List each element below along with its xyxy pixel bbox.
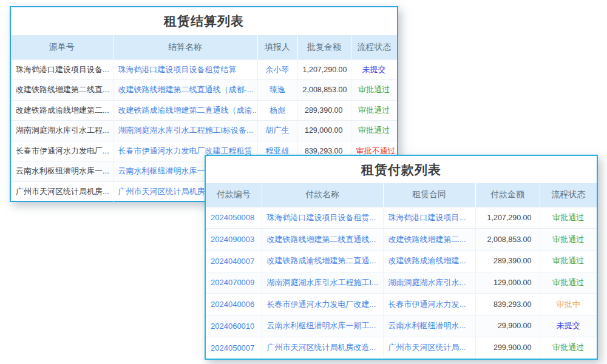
flow-status-badge: 未提交 [351,59,397,80]
payment-no-link[interactable]: 2024050008 [206,207,262,229]
settlement-list-title: 租赁结算列表 [11,7,397,35]
table-row: 2024040007改建铁路成渝线增建第二直通...改建铁路成渝线增建...28… [206,250,597,272]
payment-name-link[interactable]: 湖南洞庭湖水库引水工程施工I... [262,272,383,294]
payment-amount-cell: 839,293.00 [475,294,540,315]
flow-status-badge: 未提交 [540,315,597,337]
table-row: 2024050008珠海鹤港口建设项目设备租赁...珠海鹤港口建设项目...1,… [206,207,597,229]
lease-contract-link[interactable]: 云南水利枢纽潜明水... [383,315,475,337]
settlement-table-header: 源单号 结算名称 填报人 批复金额 流程状态 [11,35,397,59]
col-header-payment-no: 付款编号 [206,183,262,207]
reporter-link[interactable]: 杨彪 [257,100,297,121]
flow-status-badge: 审批通过 [351,100,397,121]
reporter-link[interactable]: 臻逸 [257,80,297,101]
payment-no-link[interactable]: 2024040006 [206,294,262,315]
flow-status-badge: 审批通过 [351,80,397,101]
approved-amount-cell: 129,000.00 [297,121,351,141]
approved-amount-cell: 2,008,853.00 [297,80,351,101]
table-row: 改建铁路成渝线增建第二...改建铁路成渝线增建第二直通线（成渝...杨彪289,… [11,100,397,121]
payment-list-card: 租赁付款列表 付款编号 付款名称 租赁合同 付款金额 流程状态 20240500… [205,155,598,360]
payment-no-link[interactable]: 2024040007 [206,250,262,272]
table-row: 2024070009湖南洞庭湖水库引水工程施工I...湖南洞庭湖水库引水...1… [206,272,597,294]
payment-amount-cell: 2,008,853.00 [475,229,540,251]
payment-amount-cell: 1,207,290.00 [475,207,540,229]
payment-no-link[interactable]: 2024060010 [206,315,262,337]
reporter-link[interactable]: 余小琴 [257,59,297,80]
lease-contract-link[interactable]: 珠海鹤港口建设项目... [383,207,475,229]
col-header-flow-status: 流程状态 [351,35,397,59]
payment-name-link[interactable]: 珠海鹤港口建设项目设备租赁... [262,207,383,229]
col-header-flow-status: 流程状态 [540,183,597,207]
source-no-cell: 广州市天河区统计局机房... [11,181,113,202]
payment-no-link[interactable]: 2024070009 [206,272,262,294]
flow-status-badge: 审批通过 [540,337,597,359]
payment-name-link[interactable]: 广州市天河区统计局机房改造... [262,337,383,359]
payment-amount-cell: 289,390.00 [475,250,540,272]
table-row: 2024090003改建铁路线增建第二线直通线...改建铁路线增建第二...2,… [206,229,597,251]
payment-name-link[interactable]: 改建铁路成渝线增建第二直通... [262,250,383,272]
table-row: 改建铁路线增建第二线直...改建铁路线增建第二线直通线（成都-...臻逸2,00… [11,80,397,101]
lease-contract-link[interactable]: 广州市天河区统计局... [383,337,475,359]
lease-contract-link[interactable]: 长春市伊通河水力发... [383,294,475,315]
reporter-link[interactable]: 胡广生 [257,121,297,141]
table-row: 湖南洞庭湖水库引水工程...湖南洞庭湖水库引水工程施工I标设备...胡广生129… [11,121,397,141]
settlement-name-link[interactable]: 改建铁路线增建第二线直通线（成都-... [113,80,257,101]
col-header-lease-contract: 租赁合同 [383,183,475,207]
settlement-name-link[interactable]: 湖南洞庭湖水库引水工程施工I标设备... [113,121,257,141]
col-header-reporter: 填报人 [257,35,297,59]
lease-contract-link[interactable]: 湖南洞庭湖水库引水... [383,272,475,294]
source-no-cell: 珠海鹤港口建设项目设备... [11,59,113,80]
settlement-name-link[interactable]: 改建铁路成渝线增建第二直通线（成渝... [113,100,257,121]
payment-no-link[interactable]: 2024090003 [206,229,262,251]
lease-contract-link[interactable]: 改建铁路线增建第二... [383,229,475,251]
payment-amount-cell: 129,000.00 [475,272,540,294]
payment-name-link[interactable]: 云南水利枢纽潜明水库一期工... [262,315,383,337]
payment-amount-cell: 299,900.00 [475,337,540,359]
payment-name-link[interactable]: 改建铁路线增建第二线直通线... [262,229,383,251]
source-no-cell: 改建铁路成渝线增建第二... [11,100,113,121]
table-row: 2024040006长春市伊通河水力发电厂改建...长春市伊通河水力发...83… [206,294,597,315]
col-header-source-no: 源单号 [11,35,113,59]
flow-status-badge: 审批通过 [540,250,597,272]
flow-status-badge: 审批通过 [540,229,597,251]
source-no-cell: 改建铁路线增建第二线直... [11,80,113,101]
table-row: 珠海鹤港口建设项目设备...珠海鹤港口建设项目设备租赁结算余小琴1,207,29… [11,59,397,80]
settlement-name-link[interactable]: 珠海鹤港口建设项目设备租赁结算 [113,59,257,80]
payment-amount-cell: 29,900.00 [475,315,540,337]
flow-status-badge: 审批通过 [540,272,597,294]
table-row: 2024060010云南水利枢纽潜明水库一期工...云南水利枢纽潜明水...29… [206,315,597,337]
payment-no-link[interactable]: 2024050007 [206,337,262,359]
col-header-settlement-name: 结算名称 [113,35,257,59]
flow-status-badge: 审批通过 [351,121,397,141]
col-header-payment-amount: 付款金额 [475,183,540,207]
col-header-approved-amount: 批复金额 [297,35,351,59]
source-no-cell: 湖南洞庭湖水库引水工程... [11,121,113,141]
payment-table: 付款编号 付款名称 租赁合同 付款金额 流程状态 2024050008珠海鹤港口… [206,183,597,359]
lease-contract-link[interactable]: 改建铁路成渝线增建... [383,250,475,272]
source-no-cell: 长春市伊通河水力发电厂... [11,141,113,161]
payment-name-link[interactable]: 长春市伊通河水力发电厂改建... [262,294,383,315]
approved-amount-cell: 1,207,290.00 [297,59,351,80]
flow-status-badge: 审批中 [540,294,597,315]
payment-list-title: 租赁付款列表 [206,156,597,183]
flow-status-badge: 审批通过 [540,207,597,229]
table-row: 2024050007广州市天河区统计局机房改造...广州市天河区统计局...29… [206,337,597,359]
col-header-payment-name: 付款名称 [262,183,383,207]
payment-table-header: 付款编号 付款名称 租赁合同 付款金额 流程状态 [206,183,597,207]
approved-amount-cell: 289,390.00 [297,100,351,121]
source-no-cell: 云南水利枢纽潜明水库一... [11,161,113,182]
